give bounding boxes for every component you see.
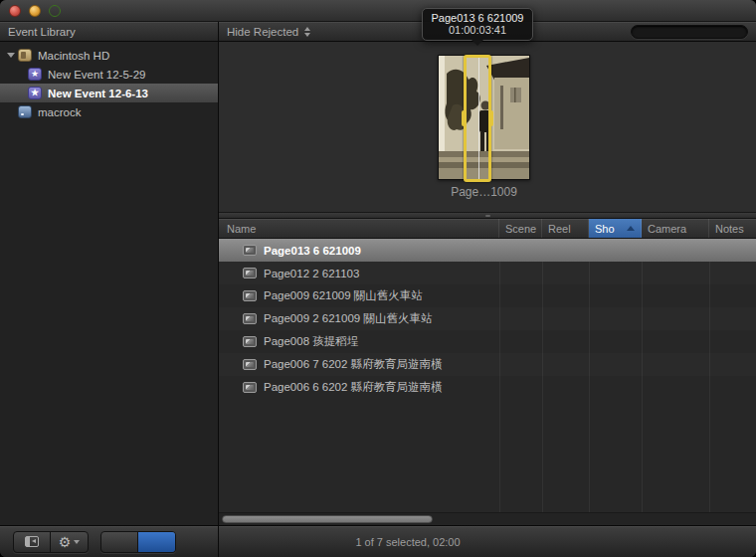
tooltip-clip-name: Page013 6 621009 [427, 12, 528, 24]
skimmer-playhead [478, 58, 479, 179]
clip-filmstrip[interactable] [438, 55, 530, 180]
photo-clip-icon [243, 336, 257, 347]
event-list-row[interactable]: Page013 6 621009 [219, 239, 756, 262]
column-header-label: Sho [595, 223, 615, 235]
tree-item-label: New Event 12-6-13 [48, 88, 148, 99]
chevron-down-icon [74, 540, 80, 544]
photo-clip-icon [243, 268, 257, 278]
column-header[interactable]: Reel [542, 219, 589, 238]
range-selection-left-handle[interactable] [462, 110, 467, 126]
tree-item-label: macrock [38, 106, 81, 118]
column-header-label: Name [227, 223, 256, 235]
range-selection-right-handle[interactable] [488, 110, 493, 126]
status-bar: 1 of 7 selected, 02:00 [219, 526, 756, 557]
tree-item-icon [18, 49, 32, 62]
search-field[interactable] [631, 25, 748, 39]
event-list-row[interactable]: Page009 2 621009 關山舊火車站 [219, 307, 756, 330]
library-controls-group: ⚙ [13, 531, 89, 553]
horizontal-scrollbar[interactable] [219, 512, 756, 525]
sidebar-tree-item[interactable]: macrock [0, 102, 218, 121]
tree-item-icon [28, 68, 42, 81]
event-library-header: Event Library [0, 22, 219, 41]
filmstrip-view-button[interactable] [101, 532, 138, 552]
row-clip-name: Page006 6 6202 縣府教育局遊南橫 [264, 380, 443, 395]
footer-bar: ⚙ 1 of 7 selected, 02:00 [0, 525, 756, 557]
filter-popup-button[interactable]: Hide Rejected [227, 26, 310, 38]
column-header[interactable]: Scene [499, 219, 542, 238]
photo-clip-icon [243, 313, 257, 324]
close-window-button[interactable] [9, 5, 21, 17]
row-clip-name: Page009 2 621009 關山舊火車站 [264, 311, 432, 326]
clip-caption: Page…1009 [408, 185, 560, 199]
view-switch-group [100, 531, 176, 553]
column-header[interactable]: Name [219, 219, 499, 238]
filter-popup-label: Hide Rejected [227, 26, 298, 38]
sidebar-tree-item[interactable]: Macintosh HD [0, 46, 218, 65]
column-header[interactable]: Sho [589, 219, 642, 238]
tooltip-timecode: 01:00:03:41 [427, 24, 528, 36]
row-clip-name: Page009 621009 關山舊火車站 [264, 288, 423, 303]
photo-clip-icon [243, 290, 257, 301]
sidebar-footer: ⚙ [0, 526, 219, 557]
event-list-body: Page013 6 621009 Page012 2 621103 Page00… [219, 239, 756, 512]
zoom-window-button[interactable] [49, 5, 61, 17]
column-header[interactable]: Camera [642, 219, 709, 238]
column-header-label: Camera [648, 223, 686, 235]
filmstrip-area: Page…1009 [219, 42, 756, 212]
app-window: Event Library Hide Rejected Macintosh HD [0, 0, 756, 557]
event-browser: Page…1009 Name Scene Reel Sho Camera Not… [219, 42, 756, 525]
sidebar-toggle-button[interactable] [14, 532, 51, 552]
splitter-handle-icon [485, 215, 490, 217]
disclosure-triangle-icon[interactable] [4, 53, 18, 58]
column-header-label: Notes [715, 223, 744, 235]
event-library-tree: Macintosh HD New Event 12-5-29 New Event… [0, 42, 219, 525]
event-list-row[interactable]: Page012 2 621103 [219, 262, 756, 284]
tree-item-label: New Event 12-5-29 [48, 69, 145, 81]
photo-clip-icon [243, 359, 257, 370]
photo-clip-icon [243, 245, 257, 256]
titlebar [0, 0, 756, 22]
browser-splitter[interactable] [219, 212, 756, 219]
toolbar: Event Library Hide Rejected [0, 22, 756, 42]
event-list-row[interactable]: Page009 621009 關山舊火車站 [219, 284, 756, 307]
sidebar-toggle-icon [25, 536, 39, 547]
action-menu-button[interactable]: ⚙ [51, 532, 88, 552]
row-clip-name: Page012 2 621103 [264, 268, 359, 279]
event-list-row[interactable]: Page008 孩提稻埕 [219, 330, 756, 353]
horizontal-scrollbar-thumb[interactable] [222, 515, 433, 523]
tree-item-icon [28, 87, 42, 99]
tree-item-icon [18, 105, 32, 118]
sidebar-tree-item[interactable]: New Event 12-5-29 [0, 65, 218, 84]
range-selection[interactable] [464, 55, 491, 182]
tree-item-label: Macintosh HD [38, 50, 109, 62]
photo-clip-icon [243, 382, 257, 393]
column-header-label: Scene [505, 223, 536, 235]
selection-status-text: 1 of 7 selected, 02:00 [355, 536, 460, 548]
main-split: Macintosh HD New Event 12-5-29 New Event… [0, 42, 756, 525]
column-header[interactable]: Notes [709, 219, 756, 238]
sidebar-tree-item[interactable]: New Event 12-6-13 [0, 84, 218, 102]
skimmer-tooltip: Page013 6 621009 01:00:03:41 [422, 8, 533, 41]
gear-icon: ⚙ [59, 535, 72, 549]
column-header-label: Reel [548, 223, 571, 235]
minimize-window-button[interactable] [29, 5, 41, 17]
row-clip-name: Page008 孩提稻埕 [264, 334, 358, 349]
event-list-row[interactable]: Page006 6 6202 縣府教育局遊南橫 [219, 376, 756, 399]
event-list-row[interactable]: Page006 7 6202 縣府教育局遊南橫 [219, 353, 756, 376]
sort-ascending-icon [627, 226, 635, 231]
list-header: Name Scene Reel Sho Camera Notes [219, 219, 756, 239]
row-clip-name: Page013 6 621009 [264, 245, 361, 257]
event-library-title: Event Library [8, 26, 76, 38]
row-clip-name: Page006 7 6202 縣府教育局遊南橫 [264, 357, 443, 372]
list-view-button[interactable] [138, 532, 175, 552]
search-input[interactable] [640, 26, 756, 37]
popup-arrows-icon [304, 27, 310, 37]
